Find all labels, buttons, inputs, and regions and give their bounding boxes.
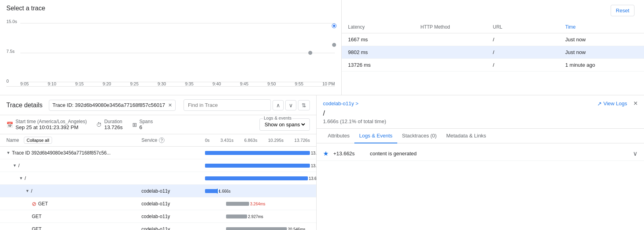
span-row[interactable]: ▼ / 13.726s — [0, 159, 316, 172]
spans-icon: ⊞ — [132, 122, 137, 128]
view-logs-button[interactable]: ↗ View Logs — [597, 101, 627, 107]
span-row[interactable]: ⊘ GET codelab-o11y 3.264ms — [0, 197, 316, 210]
tab-stacktraces[interactable]: Stacktraces (0) — [397, 129, 441, 143]
span-bar: 1.666s — [205, 188, 310, 194]
span-service: codelab-o11y — [141, 188, 205, 194]
span-rows: ▼ Trace ID 392d6b49080e3456a77168f857c56… — [0, 147, 316, 230]
x-label-2: 9:15 — [75, 81, 83, 86]
duration-item: ⏱ Duration 13.726s — [96, 119, 122, 130]
row-url: / — [493, 37, 565, 43]
calendar-icon: 📅 — [6, 122, 13, 128]
find-in-trace-input[interactable] — [184, 99, 271, 111]
row-latency: 9802 ms — [348, 49, 420, 55]
x-label-6: 9:35 — [185, 81, 193, 86]
find-prev-button[interactable]: ∧ — [273, 100, 284, 110]
scatter-dot-selected[interactable] — [332, 24, 336, 28]
detail-timing: 1.666s (12.1% of total time) — [323, 118, 638, 124]
marker-0: 0s — [205, 138, 210, 143]
trace-id-close-icon[interactable]: × — [168, 102, 172, 109]
table-row[interactable]: 1667 ms / Just now — [342, 33, 644, 46]
span-name-text: GET — [32, 214, 42, 219]
event-row[interactable]: ★ +13.662s content is generated ∨ — [317, 147, 644, 161]
span-row[interactable]: GET codelab-o11y 20.546ms — [0, 223, 316, 230]
event-star-icon: ★ — [323, 150, 329, 157]
row-method — [420, 37, 493, 43]
detail-service-name: codelab-o11y > — [323, 101, 358, 106]
detail-tabs: Attributes Logs & Events Stacktraces (0)… — [317, 129, 644, 143]
row-method — [420, 62, 493, 68]
trace-table: 1667 ms / Just now 9802 ms / Just now 13… — [342, 33, 644, 72]
collapse-all-button[interactable]: Collapse all — [24, 137, 52, 144]
error-icon: ⊘ — [32, 201, 37, 207]
row-url: / — [493, 62, 565, 68]
name-col-label: Name — [6, 137, 19, 143]
chevron-icon[interactable]: ▼ — [13, 163, 17, 168]
trace-id-text: Trace ID: 392d6b49080e3456a77168f857c560… — [52, 102, 165, 108]
event-description: content is generated — [370, 151, 628, 157]
span-row[interactable]: ▼ / codelab-o11y 1.666s — [0, 185, 316, 197]
chevron-icon[interactable]: ▼ — [6, 151, 10, 155]
y-label-bot: 0 — [6, 79, 9, 83]
find-in-trace-box: ∧ ∨ ⇅ — [184, 99, 310, 111]
reset-button[interactable]: Reset — [611, 5, 634, 16]
spans-value: 6 — [139, 124, 153, 130]
clock-icon: ⏱ — [96, 122, 102, 128]
span-column-headers: Name Collapse all Service ? 0s 3.431s 6.… — [0, 134, 316, 147]
logs-events-select[interactable]: Show on spans — [263, 120, 306, 129]
find-expand-button[interactable]: ⇅ — [298, 100, 310, 110]
span-service: codelab-o11y — [141, 214, 205, 219]
service-help-icon[interactable]: ? — [159, 137, 164, 143]
span-name-text: / — [31, 188, 32, 194]
span-service: codelab-o11y — [141, 226, 205, 230]
chevron-icon[interactable]: ▼ — [19, 176, 23, 180]
y-label-mid: 7.5s — [6, 49, 15, 54]
col-time[interactable]: Time — [565, 24, 638, 30]
span-bar: 2.927ms — [205, 213, 310, 220]
span-row[interactable]: ▼ Trace ID 392d6b49080e3456a77168f857c56… — [0, 147, 316, 159]
scatter-chart: 15.0s 7.5s 0 9:05 9:10 9:15 9:20 9:25 — [6, 15, 335, 87]
expand-icon[interactable]: ∨ — [633, 150, 638, 157]
chevron-icon[interactable]: ▼ — [25, 189, 29, 193]
external-link-icon: ↗ — [597, 101, 602, 107]
row-latency: 13726 ms — [348, 62, 420, 68]
table-row[interactable]: 13726 ms / 1 minute ago — [342, 59, 644, 72]
row-url: / — [493, 49, 565, 55]
scatter-dot-1[interactable] — [332, 43, 336, 47]
scatter-dot-2[interactable] — [308, 51, 312, 55]
span-name-text: Trace ID 392d6b49080e3456a77168f857c56..… — [12, 150, 110, 156]
y-label-top: 15.0s — [6, 19, 17, 24]
row-time: 1 minute ago — [565, 62, 638, 68]
trace-id-box: Trace ID: 392d6b49080e3456a77168f857c560… — [49, 100, 176, 111]
col-url[interactable]: URL — [493, 24, 565, 30]
marker-2: 6.863s — [244, 138, 257, 143]
span-bar: 13.726s — [205, 162, 310, 169]
start-time-item: 📅 Start time (America/Los_Angeles) Sep 2… — [6, 119, 87, 130]
trace-details-title: Trace details — [6, 102, 43, 109]
span-name-text: GET — [38, 201, 48, 207]
span-row[interactable]: ▼ / 13.659s — [0, 172, 316, 185]
col-latency[interactable]: Latency — [348, 24, 420, 30]
x-label-0: 9:05 — [20, 81, 29, 86]
find-next-button[interactable]: ∨ — [285, 100, 296, 110]
tab-attributes[interactable]: Attributes — [323, 129, 354, 143]
logs-events-label: Logs & events — [263, 116, 292, 120]
row-time: Just now — [565, 49, 638, 55]
x-label-7: 9:40 — [213, 81, 221, 86]
marker-1: 3.431s — [220, 138, 234, 143]
service-col-label: Service — [141, 137, 157, 143]
row-time: Just now — [565, 37, 638, 43]
table-row[interactable]: 9802 ms / Just now — [342, 46, 644, 59]
x-label-1: 9:10 — [48, 81, 56, 86]
tab-logs-events[interactable]: Logs & Events — [354, 129, 397, 143]
logs-events-group[interactable]: Logs & events Show on spans — [259, 118, 310, 131]
span-bar: 20.546ms — [205, 226, 310, 230]
tab-metadata[interactable]: Metadata & Links — [441, 129, 491, 143]
span-name-text: / — [25, 176, 26, 181]
span-name-text: / — [18, 163, 19, 168]
span-row[interactable]: GET codelab-o11y 2.927ms — [0, 210, 316, 223]
x-label-8: 9:45 — [240, 81, 248, 86]
detail-close-icon[interactable]: × — [633, 99, 638, 108]
col-method[interactable]: HTTP Method — [420, 24, 493, 30]
span-bar: 13.726s — [205, 150, 310, 156]
table-header: Latency HTTP Method URL Time — [342, 21, 644, 33]
